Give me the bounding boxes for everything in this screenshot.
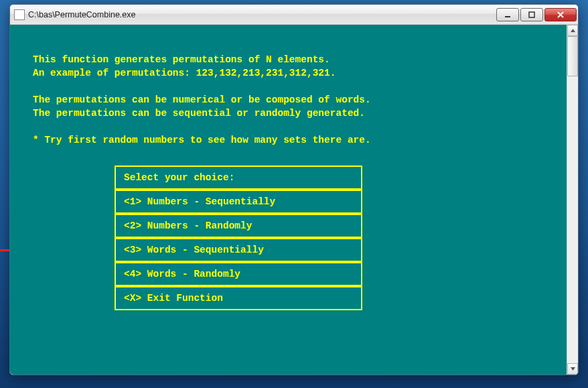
close-button[interactable] — [544, 8, 577, 21]
window-title: C:\bas\PermuteCombine.exe — [28, 10, 496, 19]
scroll-up-button[interactable] — [567, 25, 578, 36]
maximize-button[interactable] — [520, 8, 543, 21]
minimize-button[interactable] — [496, 8, 519, 21]
description-block-2: The permutations can be numerical or be … — [33, 93, 560, 120]
app-icon — [14, 9, 25, 20]
window-controls — [496, 8, 577, 21]
console-output: This function generates permutations of … — [10, 25, 567, 375]
scroll-track[interactable] — [567, 36, 578, 363]
titlebar[interactable]: C:\bas\PermuteCombine.exe — [10, 5, 578, 25]
scroll-down-button[interactable] — [567, 363, 578, 375]
scroll-thumb[interactable] — [567, 36, 578, 76]
menu-item-exit[interactable]: <X> Exit Function — [115, 286, 362, 310]
menu-header: Select your choice: — [115, 166, 362, 190]
vertical-scrollbar[interactable] — [567, 25, 578, 375]
svg-rect-0 — [505, 16, 510, 17]
choice-menu: Select your choice: <1> Numbers - Sequen… — [115, 166, 362, 310]
menu-item-1[interactable]: <1> Numbers - Sequentially — [115, 190, 362, 214]
menu-item-3[interactable]: <3> Words - Sequentially — [115, 238, 362, 262]
menu-item-4[interactable]: <4> Words - Randomly — [115, 262, 362, 286]
svg-rect-1 — [529, 12, 534, 17]
menu-item-2[interactable]: <2> Numbers - Randomly — [115, 214, 362, 238]
tip-line: * Try first random numbers to see how ma… — [33, 133, 560, 147]
app-window: C:\bas\PermuteCombine.exe This function … — [9, 4, 579, 375]
caret-indicator — [0, 249, 9, 251]
content-area: This function generates permutations of … — [10, 25, 578, 375]
description-block-1: This function generates permutations of … — [33, 53, 560, 80]
